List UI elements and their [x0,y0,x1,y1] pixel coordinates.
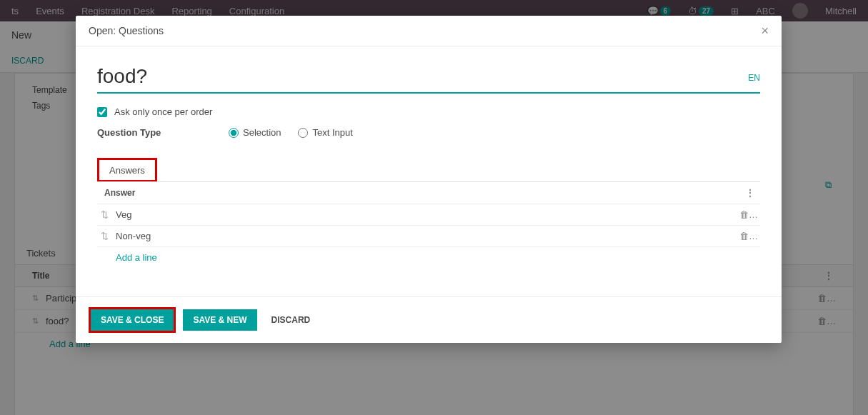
answers-header: Answer ⋮ [97,182,760,204]
kebab-icon[interactable]: ⋮ [743,188,757,198]
radio-selection-input[interactable] [229,128,239,138]
ask-once-checkbox[interactable] [97,107,107,117]
save-new-button[interactable]: SAVE & NEW [183,309,256,331]
answer-column: Answer [100,188,743,198]
question-title-input[interactable] [97,61,760,94]
ask-once-row: Ask only once per order [97,106,760,117]
modal-title: Open: Questions [89,25,164,36]
answer-row[interactable]: ⇅ Veg 🗑… [97,204,760,226]
radio-text-input[interactable]: Text Input [298,127,352,138]
close-icon[interactable]: × [761,24,769,37]
modal-footer: SAVE & CLOSE SAVE & NEW DISCARD [76,296,782,343]
radio-text-input-input[interactable] [298,128,308,138]
discard-button[interactable]: DISCARD [264,309,318,331]
modal-body: EN Ask only once per order Question Type… [76,46,782,275]
tab-answers[interactable]: Answers [99,161,155,180]
answer-row[interactable]: ⇅ Non-veg 🗑… [97,226,760,247]
add-line-button[interactable]: Add a line [97,247,760,268]
question-type-row: Question Type Selection Text Input [97,127,760,138]
trash-icon[interactable]: 🗑… [737,209,760,220]
questions-modal: Open: Questions × EN Ask only once per o… [76,16,782,343]
save-close-button[interactable]: SAVE & CLOSE [91,309,174,331]
question-type-label: Question Type [97,127,211,138]
drag-icon[interactable]: ⇅ [97,231,111,241]
answer-value[interactable]: Veg [111,209,737,220]
lang-button[interactable]: EN [748,73,760,83]
modal-header: Open: Questions × [76,16,782,46]
drag-icon[interactable]: ⇅ [97,209,111,220]
radio-selection-label: Selection [243,127,281,138]
answer-value[interactable]: Non-veg [111,231,737,241]
answers-tabs: Answers [97,158,760,182]
radio-selection[interactable]: Selection [229,127,281,138]
radio-text-label: Text Input [312,127,352,138]
trash-icon[interactable]: 🗑… [737,231,760,241]
ask-once-label: Ask only once per order [114,106,212,117]
